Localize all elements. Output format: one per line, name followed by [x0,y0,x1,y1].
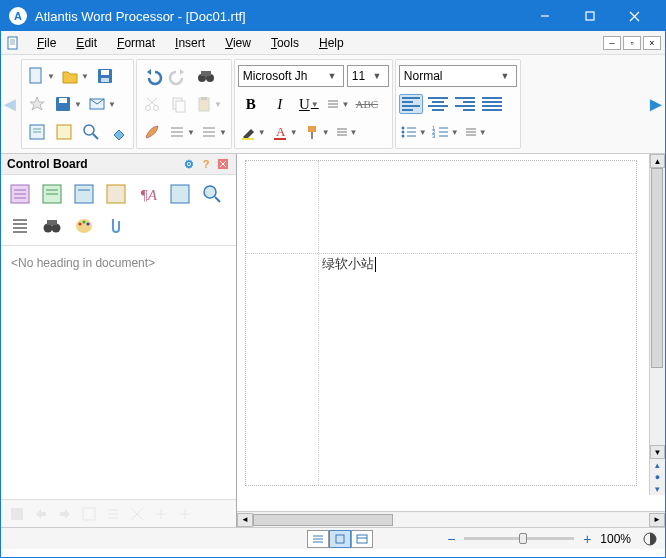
favorite-button[interactable] [25,92,49,116]
close-button[interactable] [612,1,657,31]
scroll-down-button[interactable]: ▼ [650,445,665,459]
gear-icon[interactable]: ⚙ [182,157,196,171]
more-font-button[interactable]: ▼ [334,120,359,144]
new-doc-button[interactable]: ▼ [25,64,56,88]
toolbar-prev-button[interactable]: ◄ [1,55,19,153]
para-more-button[interactable]: ▼ [463,120,488,144]
font-color-button[interactable]: A▼ [270,120,299,144]
menu-help[interactable]: Help [309,33,354,53]
footer-btn-6[interactable] [127,504,147,524]
footer-btn-3[interactable] [55,504,75,524]
cb-palette-icon[interactable] [71,213,97,239]
style-list2-button[interactable]: ▼ [199,120,228,144]
cut-button[interactable] [140,92,164,116]
maximize-button[interactable] [567,1,612,31]
open-button[interactable]: ▼ [59,64,90,88]
scroll-track[interactable] [650,168,665,445]
footer-btn-7[interactable] [151,504,171,524]
chevron-down-icon[interactable]: ▼ [498,71,512,81]
menu-edit[interactable]: Edit [66,33,107,53]
minimize-button[interactable] [522,1,567,31]
footer-btn-8[interactable] [175,504,195,524]
underline-button[interactable]: U▼ [296,92,322,116]
binoculars-button[interactable] [194,64,218,88]
cb-headings-icon[interactable] [7,181,33,207]
mdi-close-button[interactable]: × [643,36,661,50]
footer-btn-2[interactable] [31,504,51,524]
select-browse-button[interactable]: ● [650,471,665,483]
next-page-button[interactable]: ▾ [650,483,665,495]
footer-btn-4[interactable] [79,504,99,524]
undo-button[interactable] [140,64,164,88]
view-print-button[interactable] [329,530,351,548]
page[interactable]: 绿软小站 [245,160,637,486]
menu-file[interactable]: File [27,33,66,53]
cb-zoom-icon[interactable] [199,181,225,207]
format-painter-button[interactable]: ▼ [302,120,331,144]
scroll-thumb[interactable] [651,168,663,368]
chevron-down-icon[interactable]: ▼ [370,71,384,81]
menu-insert[interactable]: Insert [165,33,215,53]
menu-format[interactable]: Format [107,33,165,53]
number-list-button[interactable]: 123▼ [431,120,460,144]
scroll-right-button[interactable]: ► [649,513,665,527]
mail-button[interactable]: ▼ [86,92,117,116]
mdi-minimize-button[interactable]: – [603,36,621,50]
close-icon[interactable] [216,157,230,171]
eraser-button[interactable] [106,120,130,144]
align-center-button[interactable] [426,94,450,114]
font-size-combo[interactable]: 11▼ [347,65,389,87]
cb-bookmarks-icon[interactable] [71,181,97,207]
bold-button[interactable]: B [238,92,264,116]
zoom-slider[interactable] [464,537,574,540]
view-full-button[interactable] [351,530,373,548]
scroll-thumb-h[interactable] [253,514,393,526]
zoom-slider-thumb[interactable] [519,533,527,544]
notes-button[interactable] [52,120,76,144]
prev-page-button[interactable]: ▴ [650,459,665,471]
cb-hyperlinks-icon[interactable] [167,181,193,207]
brush-button[interactable] [140,120,164,144]
cb-lists-icon[interactable] [103,181,129,207]
scroll-up-button[interactable]: ▲ [650,154,665,168]
cb-sections-icon[interactable] [39,181,65,207]
style-list-button[interactable]: ▼ [167,120,196,144]
align-justify-button[interactable] [480,94,504,114]
scroll-track-h[interactable] [253,513,649,527]
toolbar-next-button[interactable]: ► [647,55,665,153]
save-as-button[interactable]: ▼ [52,92,83,116]
chevron-down-icon[interactable]: ▼ [325,71,339,81]
more-format-button[interactable]: ▼ [325,92,351,116]
menu-view[interactable]: View [215,33,261,53]
italic-button[interactable]: I [267,92,293,116]
scroll-left-button[interactable]: ◄ [237,513,253,527]
vertical-scrollbar[interactable]: ▲ ▼ ▴ ● ▾ [649,154,665,495]
menu-tools[interactable]: Tools [261,33,309,53]
align-left-button[interactable] [399,94,423,114]
style-combo[interactable]: Normal▼ [399,65,517,87]
help-icon[interactable]: ? [199,157,213,171]
footer-btn-1[interactable] [7,504,27,524]
document-text[interactable]: 绿软小站 [322,255,376,273]
footer-btn-5[interactable] [103,504,123,524]
zoom-out-button[interactable]: − [444,532,458,546]
align-right-button[interactable] [453,94,477,114]
redo-button[interactable] [167,64,191,88]
strikethrough-button[interactable]: ABC [354,92,380,116]
paste-button[interactable]: ▼ [194,92,223,116]
mdi-restore-button[interactable]: ▫ [623,36,641,50]
contrast-icon[interactable] [643,532,657,546]
font-family-combo[interactable]: Microsoft Jh▼ [238,65,344,87]
save-button[interactable] [93,64,117,88]
cb-styles-icon[interactable]: ¶A [135,181,161,207]
bullet-list-button[interactable]: ▼ [399,120,428,144]
cb-columns-icon[interactable] [7,213,33,239]
horizontal-scrollbar[interactable]: ◄ ► [237,511,665,527]
find-button[interactable] [79,120,103,144]
document-viewport[interactable]: 绿软小站 ▲ ▼ ▴ ● ▾ [237,154,665,511]
highlight-button[interactable]: ▼ [238,120,267,144]
cb-find-icon[interactable] [39,213,65,239]
properties-button[interactable] [25,120,49,144]
copy-button[interactable] [167,92,191,116]
zoom-in-button[interactable]: + [580,532,594,546]
